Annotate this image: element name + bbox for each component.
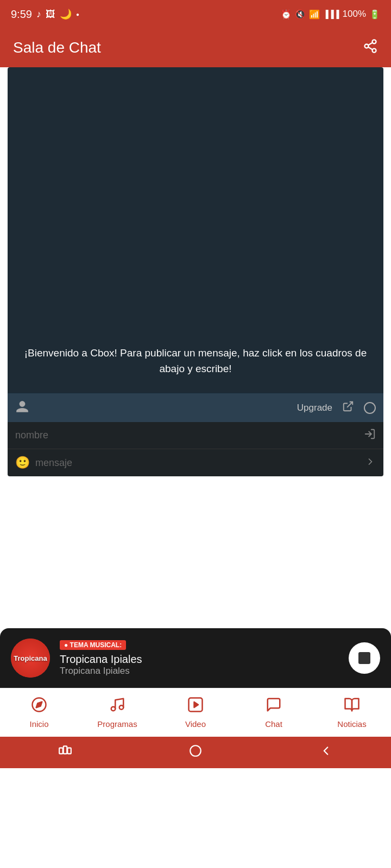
status-right: ⏰ 🔇 📶 ▐▐▐ 100% 🔋: [281, 9, 380, 20]
news-icon: [344, 697, 360, 717]
mute-icon: 🔇: [295, 9, 306, 20]
nav-item-chat[interactable]: Chat: [235, 697, 313, 729]
now-playing-subtitle: Tropicana Ipiales: [60, 666, 339, 676]
message-input-row: 🙂: [8, 449, 383, 476]
stop-button[interactable]: [349, 642, 380, 674]
alarm-icon: ⏰: [281, 9, 292, 20]
time: 9:59: [11, 8, 32, 21]
chat-inputs: 🙂: [8, 422, 383, 476]
station-logo-inner: Tropicana: [11, 639, 50, 678]
name-input-row: [8, 422, 383, 449]
send-icon[interactable]: [365, 456, 376, 470]
nav-item-video[interactable]: Video: [156, 697, 235, 729]
svg-point-10: [119, 705, 124, 710]
nav-label-video: Video: [185, 719, 206, 729]
nav-label-chat: Chat: [265, 719, 282, 729]
svg-point-9: [111, 707, 116, 711]
chat-main-area: ¡Bienvenido a Cbox! Para publicar un men…: [8, 67, 383, 393]
svg-marker-8: [36, 702, 42, 708]
chat-toolbar: Upgrade: [8, 393, 383, 422]
emoji-icon[interactable]: 🙂: [15, 456, 30, 470]
now-playing-bar: Tropicana ● TEMA MUSICAL: Tropicana Ipia…: [0, 628, 391, 688]
compass-icon: [31, 697, 47, 717]
dnd-icon: 🌙: [60, 8, 72, 20]
upgrade-label[interactable]: Upgrade: [297, 403, 332, 413]
nav-item-programas[interactable]: Programas: [78, 697, 156, 729]
status-circle-icon: [364, 402, 376, 414]
battery-text: 100%: [343, 9, 366, 20]
svg-rect-14: [64, 746, 67, 754]
home-icon[interactable]: [188, 744, 203, 761]
tema-label: ● TEMA MUSICAL:: [60, 640, 126, 650]
nav-item-inicio[interactable]: Inicio: [0, 697, 78, 729]
signal-icon: ▐▐▐: [323, 10, 339, 18]
chat-widget: ¡Bienvenido a Cbox! Para publicar un men…: [8, 67, 383, 476]
login-icon[interactable]: [364, 428, 376, 443]
recents-icon[interactable]: [58, 744, 72, 761]
toolbar-right: Upgrade: [297, 400, 376, 416]
dot-icon: ●: [76, 11, 79, 17]
wifi-icon: 📶: [309, 9, 320, 20]
svg-line-3: [368, 47, 373, 49]
nav-label-inicio: Inicio: [29, 719, 48, 729]
status-left: 9:59 ♪ 🖼 🌙 ●: [11, 8, 79, 21]
music-note-icon: ♪: [36, 9, 41, 20]
app-bar-title: Sala de Chat: [13, 39, 101, 56]
external-link-icon[interactable]: [342, 400, 354, 416]
system-nav: [0, 737, 391, 768]
stop-icon: [358, 652, 370, 664]
nav-label-noticias: Noticias: [337, 719, 366, 729]
svg-rect-15: [67, 748, 71, 754]
now-playing-info: ● TEMA MUSICAL: Tropicana Ipiales Tropic…: [60, 640, 339, 676]
svg-rect-16: [190, 745, 201, 756]
play-icon: [187, 697, 204, 717]
user-icon: [15, 400, 29, 416]
svg-rect-13: [59, 748, 63, 754]
share-icon[interactable]: [363, 39, 378, 58]
now-playing-title: Tropicana Ipiales: [60, 653, 339, 666]
bottom-nav: Inicio Programas Video Chat: [0, 688, 391, 737]
toolbar-left: [15, 400, 29, 416]
chat-welcome-message: ¡Bienvenido a Cbox! Para publicar un men…: [18, 346, 373, 376]
music-file-icon: [109, 697, 125, 717]
name-input[interactable]: [15, 430, 364, 441]
app-bar: Sala de Chat: [0, 28, 391, 67]
photo-icon: 🖼: [46, 9, 55, 20]
chat-icon: [266, 697, 282, 717]
battery-icon: 🔋: [369, 9, 380, 20]
svg-marker-12: [194, 702, 199, 707]
svg-line-5: [347, 401, 352, 407]
svg-line-4: [368, 42, 373, 45]
nav-item-noticias[interactable]: Noticias: [313, 697, 391, 729]
back-icon[interactable]: [319, 744, 333, 761]
message-input[interactable]: [35, 457, 365, 469]
status-bar: 9:59 ♪ 🖼 🌙 ● ⏰ 🔇 📶 ▐▐▐ 100% 🔋: [0, 0, 391, 28]
station-logo: Tropicana: [11, 639, 50, 678]
nav-label-programas: Programas: [97, 719, 137, 729]
white-space: [0, 476, 391, 628]
